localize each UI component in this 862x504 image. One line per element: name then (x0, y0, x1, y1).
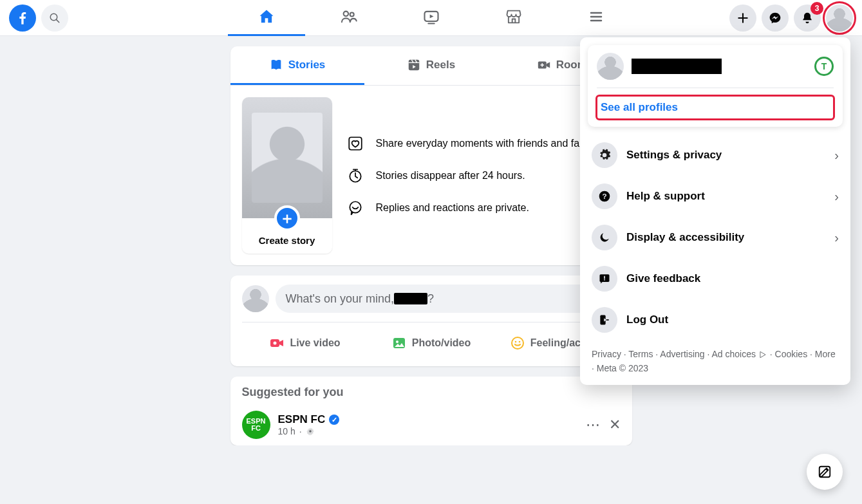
post-more-button[interactable]: ⋯ (586, 416, 600, 433)
story-info-row: Stories disappear after 24 hours. (345, 165, 621, 186)
suggested-title: Suggested for you (242, 386, 621, 404)
chevron-right-icon: › (834, 230, 839, 245)
nav-tab-home[interactable] (228, 0, 305, 36)
story-info-row: Replies and reactions are private. (345, 198, 621, 218)
svg-point-22 (518, 341, 520, 343)
composer-live-video-label: Live video (290, 337, 340, 349)
composer-photo-video[interactable]: Photo/video (368, 329, 494, 357)
story-info-row: Share everyday moments with friends and … (345, 133, 621, 154)
live-video-icon (269, 335, 285, 351)
create-button[interactable] (729, 5, 756, 32)
svg-point-17 (274, 342, 277, 345)
nav-tab-menu[interactable] (557, 0, 635, 36)
dropdown-item-feedback[interactable]: Give feedback (588, 258, 843, 299)
adchoices-icon (758, 350, 767, 359)
dropdown-item-label: Log Out (626, 313, 839, 326)
footer-link[interactable]: More (815, 349, 836, 359)
watch-icon (422, 8, 440, 26)
composer-avatar[interactable] (242, 285, 269, 312)
composer-prompt-suffix: ? (427, 292, 434, 306)
friends-icon (340, 8, 358, 26)
dropdown-avatar (597, 53, 624, 80)
suggested-card: Suggested for you ESPN FC ESPN FC ✓ 10 h… (230, 377, 632, 445)
dropdown-item-logout[interactable]: Log Out (588, 299, 843, 341)
facebook-f-icon (14, 10, 31, 26)
messenger-icon (769, 12, 782, 24)
facebook-logo[interactable] (9, 5, 36, 32)
svg-rect-13 (349, 137, 362, 150)
dropdown-item-help[interactable]: ?Help & support› (588, 176, 843, 217)
search-button[interactable] (41, 5, 68, 32)
svg-rect-28 (606, 319, 609, 321)
story-info-text: Stories disappear after 24 hours. (376, 170, 525, 182)
video-plus-icon (537, 58, 551, 72)
dropdown-item-label: Settings & privacy (626, 149, 825, 162)
plus-icon: ＋ (274, 205, 300, 231)
nav-left (9, 5, 68, 32)
story-tabs: Stories Reels Rooms (230, 46, 632, 86)
footer-copyright: Meta © 2023 (597, 363, 648, 373)
footer-link[interactable]: Privacy (592, 349, 621, 359)
page-subline: 10 h · (278, 426, 340, 436)
photo-icon (391, 335, 407, 351)
avatar-icon (826, 5, 853, 32)
tab-stories[interactable]: Stories (230, 46, 364, 85)
switch-profile-badge[interactable]: T (814, 57, 834, 76)
svg-point-3 (350, 12, 353, 16)
dropdown-footer: Privacy · Terms · Advertising · Ad choic… (588, 341, 843, 380)
smile-icon (510, 335, 525, 351)
tab-stories-label: Stories (288, 59, 326, 71)
dropdown-profile-link[interactable]: T (597, 53, 834, 80)
marketplace-icon (505, 8, 523, 26)
tab-reels-label: Reels (426, 59, 455, 71)
messenger-button[interactable] (762, 5, 789, 32)
dropdown-item-gear[interactable]: Settings & privacy› (588, 135, 843, 176)
nav-right: 3 (729, 5, 853, 32)
search-icon (49, 12, 61, 24)
bell-icon (801, 12, 814, 24)
plus-icon (736, 12, 749, 24)
reply-bubble-icon (345, 198, 366, 218)
footer-link[interactable]: Terms (628, 349, 653, 359)
footer-link[interactable]: Ad choices (712, 349, 756, 359)
post-close-button[interactable]: ✕ (609, 416, 621, 433)
home-icon (258, 8, 276, 26)
tab-reels[interactable]: Reels (364, 46, 498, 85)
suggested-row: ESPN FC ESPN FC ✓ 10 h · ⋯ ✕ (242, 404, 621, 445)
logout-icon (592, 307, 617, 333)
svg-line-1 (57, 19, 59, 22)
nav-tab-watch[interactable] (393, 0, 470, 36)
dropdown-item-moon[interactable]: Display & accessibility› (588, 217, 843, 258)
page-name[interactable]: ESPN FC ✓ (278, 413, 340, 426)
chevron-right-icon: › (834, 148, 839, 163)
gear-icon (592, 142, 617, 168)
hamburger-icon (588, 9, 604, 24)
page-avatar[interactable]: ESPN FC (242, 411, 270, 439)
redacted-name (394, 293, 427, 304)
account-button[interactable] (826, 5, 853, 32)
top-nav: 3 (0, 0, 862, 36)
page-name-text: ESPN FC (278, 413, 326, 426)
svg-point-15 (350, 201, 361, 212)
svg-point-19 (396, 341, 398, 343)
dropdown-profile-card: T See all profiles (588, 45, 843, 127)
account-dropdown: T See all profiles Settings & privacy›?H… (580, 37, 850, 385)
story-card-cover: ＋ (242, 97, 332, 218)
composer-input[interactable]: What's on your mind, ? (276, 285, 621, 313)
gear-small-icon (306, 427, 315, 436)
nav-tab-marketplace[interactable] (475, 0, 552, 36)
notifications-button[interactable]: 3 (794, 5, 821, 32)
create-story-card[interactable]: ＋ Create story (242, 97, 332, 254)
footer-link[interactable]: Advertising (660, 349, 704, 359)
help-icon: ? (592, 183, 617, 209)
svg-point-20 (512, 337, 523, 349)
composer-live-video[interactable]: Live video (242, 329, 368, 357)
book-icon (269, 58, 283, 72)
chevron-right-icon: › (834, 189, 839, 204)
see-all-profiles-link[interactable]: See all profiles (597, 96, 834, 119)
nav-tab-friends[interactable] (310, 0, 388, 36)
svg-point-21 (514, 341, 516, 343)
stories-card: Stories Reels Rooms ＋ Create stor (230, 46, 632, 265)
svg-text:?: ? (602, 192, 606, 200)
footer-link[interactable]: Cookies (775, 349, 808, 359)
